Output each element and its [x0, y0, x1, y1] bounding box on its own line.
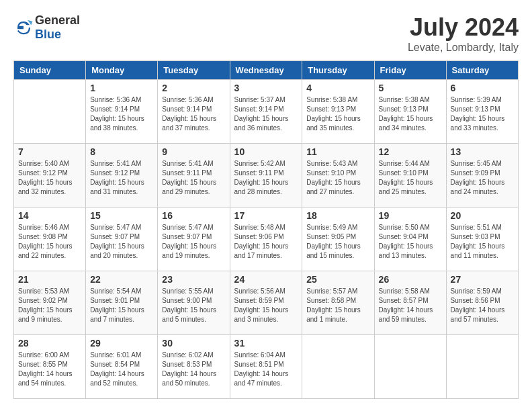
table-row: 28 Sunrise: 6:00 AMSunset: 8:55 PMDaylig…: [14, 335, 86, 399]
day-info: Sunrise: 6:04 AMSunset: 8:51 PMDaylight:…: [234, 351, 298, 388]
day-number: 3: [234, 83, 298, 93]
table-row: 17 Sunrise: 5:48 AMSunset: 9:06 PMDaylig…: [230, 208, 302, 271]
table-row: 9 Sunrise: 5:41 AMSunset: 9:11 PMDayligh…: [158, 144, 230, 208]
table-row: 2 Sunrise: 5:36 AMSunset: 9:14 PMDayligh…: [158, 80, 230, 144]
table-row: 31 Sunrise: 6:04 AMSunset: 8:51 PMDaylig…: [230, 335, 302, 399]
table-row: [446, 335, 518, 399]
day-info: Sunrise: 5:47 AMSunset: 9:07 PMDaylight:…: [162, 223, 225, 261]
table-row: 13 Sunrise: 5:45 AMSunset: 9:09 PMDaylig…: [446, 144, 518, 208]
day-number: 12: [379, 146, 442, 157]
day-info: Sunrise: 5:51 AMSunset: 9:03 PMDaylight:…: [451, 223, 514, 261]
table-row: 20 Sunrise: 5:51 AMSunset: 9:03 PMDaylig…: [446, 208, 518, 271]
table-row: [374, 335, 446, 399]
day-number: 24: [234, 274, 298, 285]
day-info: Sunrise: 5:53 AMSunset: 9:02 PMDaylight:…: [18, 287, 81, 324]
day-info: Sunrise: 5:46 AMSunset: 9:08 PMDaylight:…: [18, 223, 81, 261]
day-info: Sunrise: 5:38 AMSunset: 9:13 PMDaylight:…: [379, 95, 442, 133]
day-info: Sunrise: 5:42 AMSunset: 9:11 PMDaylight:…: [234, 159, 298, 197]
day-number: 27: [451, 274, 514, 285]
day-info: Sunrise: 5:56 AMSunset: 8:59 PMDaylight:…: [234, 287, 298, 324]
table-row: 3 Sunrise: 5:37 AMSunset: 9:14 PMDayligh…: [230, 80, 302, 144]
day-number: 15: [90, 210, 153, 221]
day-number: 19: [379, 210, 442, 221]
day-info: Sunrise: 5:40 AMSunset: 9:12 PMDaylight:…: [18, 159, 81, 197]
day-info: Sunrise: 5:48 AMSunset: 9:06 PMDaylight:…: [234, 223, 298, 261]
logo-text-blue: Blue: [35, 28, 61, 41]
day-number: 9: [162, 146, 225, 157]
day-number: 17: [234, 210, 298, 221]
table-row: 15 Sunrise: 5:47 AMSunset: 9:07 PMDaylig…: [86, 208, 158, 271]
day-info: Sunrise: 5:58 AMSunset: 8:57 PMDaylight:…: [379, 287, 442, 324]
day-info: Sunrise: 6:01 AMSunset: 8:54 PMDaylight:…: [90, 351, 153, 388]
table-row: 10 Sunrise: 5:42 AMSunset: 9:11 PMDaylig…: [230, 144, 302, 208]
calendar-week-4: 21 Sunrise: 5:53 AMSunset: 9:02 PMDaylig…: [14, 271, 519, 335]
day-number: 21: [18, 274, 81, 285]
day-number: 7: [18, 146, 81, 157]
col-tuesday: Tuesday: [158, 61, 230, 80]
day-number: 16: [162, 210, 225, 221]
day-info: Sunrise: 5:38 AMSunset: 9:13 PMDaylight:…: [306, 95, 369, 133]
table-row: 26 Sunrise: 5:58 AMSunset: 8:57 PMDaylig…: [374, 271, 446, 335]
day-info: Sunrise: 5:39 AMSunset: 9:13 PMDaylight:…: [451, 95, 514, 133]
table-row: [14, 80, 86, 144]
day-number: 11: [306, 146, 369, 157]
table-row: 25 Sunrise: 5:57 AMSunset: 8:58 PMDaylig…: [302, 271, 374, 335]
day-info: Sunrise: 5:57 AMSunset: 8:58 PMDaylight:…: [306, 287, 369, 324]
day-number: 1: [90, 83, 153, 93]
table-row: 29 Sunrise: 6:01 AMSunset: 8:54 PMDaylig…: [86, 335, 158, 399]
day-info: Sunrise: 5:37 AMSunset: 9:14 PMDaylight:…: [234, 95, 298, 133]
col-sunday: Sunday: [14, 61, 86, 80]
table-row: 22 Sunrise: 5:54 AMSunset: 9:01 PMDaylig…: [86, 271, 158, 335]
day-number: 13: [451, 146, 514, 157]
day-number: 8: [90, 146, 153, 157]
day-info: Sunrise: 5:49 AMSunset: 9:05 PMDaylight:…: [306, 223, 369, 261]
col-thursday: Thursday: [302, 61, 374, 80]
month-title: July 2024: [408, 13, 519, 42]
table-row: 8 Sunrise: 5:41 AMSunset: 9:12 PMDayligh…: [86, 144, 158, 208]
day-number: 18: [306, 210, 369, 221]
day-info: Sunrise: 6:02 AMSunset: 8:53 PMDaylight:…: [162, 351, 225, 388]
table-row: 18 Sunrise: 5:49 AMSunset: 9:05 PMDaylig…: [302, 208, 374, 271]
col-friday: Friday: [374, 61, 446, 80]
day-info: Sunrise: 5:50 AMSunset: 9:04 PMDaylight:…: [379, 223, 442, 261]
table-row: 7 Sunrise: 5:40 AMSunset: 9:12 PMDayligh…: [14, 144, 86, 208]
table-row: 4 Sunrise: 5:38 AMSunset: 9:13 PMDayligh…: [302, 80, 374, 144]
day-number: 5: [379, 83, 442, 93]
logo: General Blue: [13, 13, 80, 42]
calendar-week-2: 7 Sunrise: 5:40 AMSunset: 9:12 PMDayligh…: [14, 144, 519, 208]
day-info: Sunrise: 5:45 AMSunset: 9:09 PMDaylight:…: [451, 159, 514, 197]
day-number: 26: [379, 274, 442, 285]
table-row: 27 Sunrise: 5:59 AMSunset: 8:56 PMDaylig…: [446, 271, 518, 335]
table-row: 1 Sunrise: 5:36 AMSunset: 9:14 PMDayligh…: [86, 80, 158, 144]
calendar-week-1: 1 Sunrise: 5:36 AMSunset: 9:14 PMDayligh…: [14, 80, 519, 144]
calendar-week-3: 14 Sunrise: 5:46 AMSunset: 9:08 PMDaylig…: [14, 208, 519, 271]
day-number: 23: [162, 274, 225, 285]
day-number: 4: [306, 83, 369, 93]
calendar-table: Sunday Monday Tuesday Wednesday Thursday…: [13, 60, 519, 399]
location-title: Levate, Lombardy, Italy: [408, 42, 519, 54]
day-number: 2: [162, 83, 225, 93]
logo-icon: [13, 17, 34, 38]
calendar-header-row: Sunday Monday Tuesday Wednesday Thursday…: [14, 61, 519, 80]
day-number: 25: [306, 274, 369, 285]
day-info: Sunrise: 5:59 AMSunset: 8:56 PMDaylight:…: [451, 287, 514, 324]
day-info: Sunrise: 5:41 AMSunset: 9:11 PMDaylight:…: [162, 159, 225, 197]
day-info: Sunrise: 5:36 AMSunset: 9:14 PMDaylight:…: [162, 95, 225, 133]
title-block: July 2024 Levate, Lombardy, Italy: [408, 13, 519, 54]
day-info: Sunrise: 5:54 AMSunset: 9:01 PMDaylight:…: [90, 287, 153, 324]
table-row: 16 Sunrise: 5:47 AMSunset: 9:07 PMDaylig…: [158, 208, 230, 271]
table-row: 12 Sunrise: 5:44 AMSunset: 9:10 PMDaylig…: [374, 144, 446, 208]
day-number: 28: [18, 338, 81, 349]
calendar-week-5: 28 Sunrise: 6:00 AMSunset: 8:55 PMDaylig…: [14, 335, 519, 399]
day-number: 20: [451, 210, 514, 221]
day-info: Sunrise: 5:36 AMSunset: 9:14 PMDaylight:…: [90, 95, 153, 133]
col-wednesday: Wednesday: [230, 61, 302, 80]
table-row: 11 Sunrise: 5:43 AMSunset: 9:10 PMDaylig…: [302, 144, 374, 208]
day-info: Sunrise: 5:47 AMSunset: 9:07 PMDaylight:…: [90, 223, 153, 261]
day-number: 31: [234, 338, 298, 349]
day-number: 22: [90, 274, 153, 285]
table-row: 19 Sunrise: 5:50 AMSunset: 9:04 PMDaylig…: [374, 208, 446, 271]
table-row: 14 Sunrise: 5:46 AMSunset: 9:08 PMDaylig…: [14, 208, 86, 271]
day-info: Sunrise: 5:43 AMSunset: 9:10 PMDaylight:…: [306, 159, 369, 197]
col-monday: Monday: [86, 61, 158, 80]
